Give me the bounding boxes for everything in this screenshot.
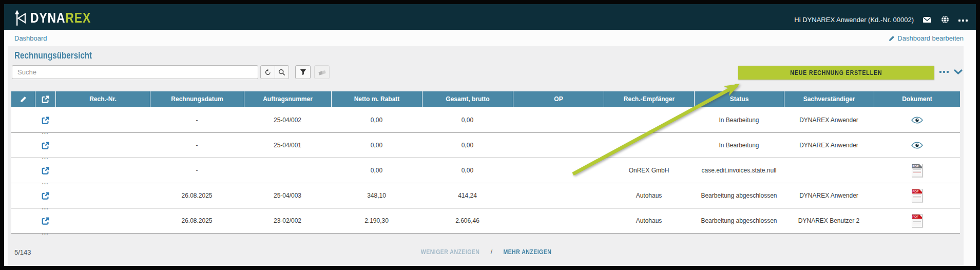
- cell-dok: [874, 133, 960, 158]
- cell-sv: [784, 158, 874, 183]
- cell-open: ...: [35, 158, 55, 183]
- chevron-down-icon[interactable]: [954, 68, 963, 75]
- page: DYNAREX Hi DYNAREX Anwender (Kd.-Nr. 000…: [4, 4, 976, 266]
- column-label: OP: [554, 95, 563, 103]
- cell-dok: PDF: [874, 208, 960, 233]
- cell-dok: [874, 108, 960, 132]
- cell-rechnr: [55, 133, 150, 158]
- column-header-sv[interactable]: Sachverständiger: [784, 91, 874, 107]
- dynarex-logo: DYNAREX: [13, 10, 104, 26]
- clear-filter-button[interactable]: [314, 65, 330, 79]
- cell-datum: -: [150, 133, 244, 158]
- cell-op: [513, 108, 604, 132]
- search-button[interactable]: [275, 66, 289, 79]
- eraser-icon: [318, 69, 326, 75]
- reset-search-button[interactable]: [261, 66, 275, 79]
- pencil-icon: [20, 96, 27, 103]
- cell-rechnr: [55, 183, 150, 208]
- column-label: Rechnungsdatum: [171, 95, 223, 103]
- cell-netto: 0,00: [331, 158, 422, 183]
- search-button-group: [260, 65, 289, 79]
- search-input[interactable]: [12, 65, 258, 79]
- cell-open: ...: [35, 183, 55, 208]
- open-record-icon[interactable]: [41, 166, 50, 175]
- column-header-brutto[interactable]: Gesamt, brutto: [422, 91, 513, 107]
- cell-datum: 26.08.2025: [150, 183, 244, 208]
- cell-brutto: 0,00: [422, 108, 513, 132]
- open-record-icon[interactable]: [41, 217, 50, 225]
- appbar-right: Hi DYNAREX Anwender (Kd.-Nr. 00002): [794, 15, 968, 24]
- eye-icon[interactable]: [911, 142, 923, 149]
- column-label: Sachverständiger: [803, 95, 855, 103]
- show-more-link[interactable]: MEHR ANZEIGEN: [503, 248, 551, 256]
- cell-empf: OnREX GmbH: [604, 158, 694, 183]
- create-invoice-button[interactable]: NEUE RECHNUNG ERSTELLEN: [738, 66, 934, 80]
- cell-edit: [11, 208, 35, 233]
- cell-open: ...: [35, 208, 55, 233]
- globe-icon[interactable]: [940, 15, 950, 24]
- column-label: Auftragsnummer: [263, 95, 313, 103]
- open-record-icon[interactable]: [41, 191, 50, 200]
- pencil-icon: [889, 35, 895, 42]
- cell-empf: [604, 133, 694, 158]
- cell-empf: [604, 108, 694, 132]
- cell-datum: -: [150, 108, 244, 132]
- app-header: DYNAREX Hi DYNAREX Anwender (Kd.-Nr. 000…: [4, 4, 976, 30]
- pdf-red-icon[interactable]: PDF: [912, 214, 923, 227]
- cell-brutto: 0,00: [422, 133, 513, 158]
- column-header-auftrag[interactable]: Auftragsnummer: [244, 91, 331, 107]
- cell-op: [513, 158, 604, 183]
- cell-sv: DYNAREX Anwender: [784, 183, 874, 208]
- column-header-netto[interactable]: Netto m. Rabatt: [331, 91, 422, 107]
- cell-edit: [11, 183, 35, 208]
- cell-datum: -: [150, 158, 244, 183]
- cell-status: In Bearbeitung: [694, 108, 784, 132]
- dynarex-logo-mark-icon: [13, 10, 27, 26]
- column-header-status[interactable]: Status: [694, 91, 784, 107]
- cell-sv: DYNAREX Benutzer 2: [784, 208, 874, 233]
- column-header-op[interactable]: OP: [513, 91, 604, 107]
- filter-icon: [300, 69, 306, 75]
- show-less-link[interactable]: WENIGER ANZEIGEN: [420, 248, 479, 256]
- cell-brutto: 2.606,46: [422, 208, 513, 233]
- cell-edit: [11, 108, 35, 132]
- cell-sv: DYNAREX Anwender: [784, 108, 874, 132]
- user-greeting: Hi DYNAREX Anwender (Kd.-Nr. 00002): [794, 16, 914, 24]
- column-label: Gesamt, brutto: [446, 95, 489, 103]
- column-header-rechnr[interactable]: Rech.-Nr.: [55, 91, 150, 107]
- table-body: ...-25-04/0020,000,00In BearbeitungDYNAR…: [11, 108, 960, 234]
- cell-status: case.edit.invoices.state.null: [694, 158, 784, 183]
- pdf-gray-icon[interactable]: PDF: [912, 164, 923, 177]
- widget-more-options-icon[interactable]: [939, 71, 949, 73]
- cell-netto: 2.190,30: [331, 208, 422, 233]
- column-header-open[interactable]: [35, 91, 55, 107]
- more-options-icon[interactable]: [958, 17, 968, 22]
- cell-netto: 348,10: [331, 183, 422, 208]
- table-row: ...26.08.202523-02/0022.190,302.606,46Au…: [11, 208, 960, 234]
- cell-auftrag: 25-04/001: [244, 133, 331, 158]
- filter-button[interactable]: [295, 65, 311, 79]
- cell-empf: Autohaus: [604, 208, 694, 233]
- eye-icon[interactable]: [911, 117, 923, 124]
- column-header-datum[interactable]: Rechnungsdatum: [150, 91, 244, 107]
- cell-brutto: 414,24: [422, 183, 513, 208]
- breadcrumb[interactable]: Dashboard: [14, 34, 47, 42]
- open-record-icon[interactable]: [41, 141, 50, 150]
- table-row: ...-0,000,00OnREX GmbHcase.edit.invoices…: [11, 158, 960, 183]
- cell-edit: [11, 133, 35, 158]
- cell-sv: DYNAREX Anwender: [784, 133, 874, 158]
- column-label: Rech.-Nr.: [89, 95, 117, 103]
- column-header-edit[interactable]: [11, 91, 35, 107]
- widget-title: Rechnungsübersicht: [14, 50, 111, 61]
- cell-netto: 0,00: [331, 133, 422, 158]
- cell-edit: [11, 158, 35, 183]
- pdf-red-icon[interactable]: PDF: [912, 189, 923, 202]
- column-header-empf[interactable]: Rech.-Empfänger: [604, 91, 694, 107]
- search-icon: [278, 69, 285, 76]
- cell-rechnr: [55, 108, 150, 132]
- open-record-icon[interactable]: [41, 116, 50, 125]
- edit-dashboard-link[interactable]: Dashboard bearbeiten: [889, 34, 964, 42]
- cell-brutto: 0,00: [422, 158, 513, 183]
- column-header-dok[interactable]: Dokument: [874, 91, 960, 107]
- mail-icon[interactable]: [923, 15, 932, 24]
